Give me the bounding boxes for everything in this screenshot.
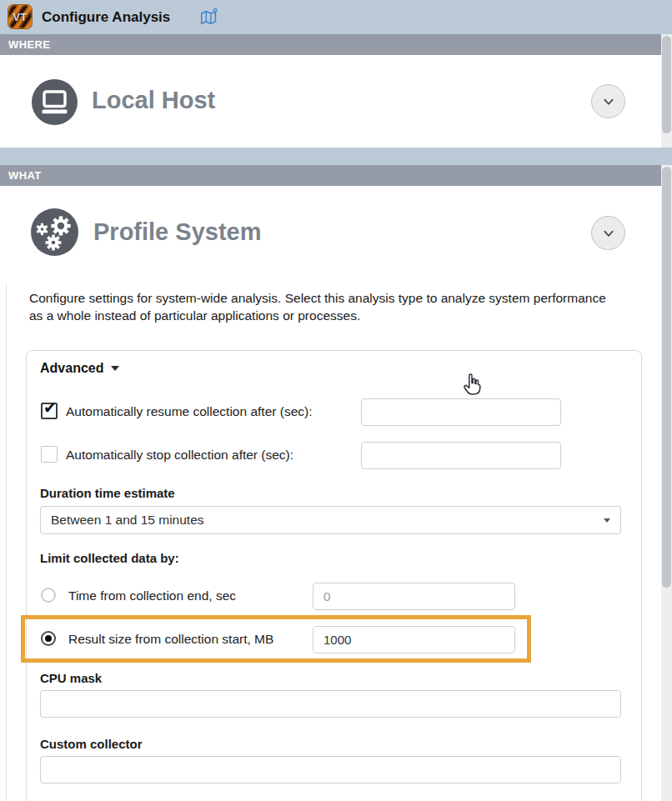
cpu-mask-input[interactable] <box>40 690 621 718</box>
vtune-logo-text: VT <box>13 11 28 23</box>
where-scrollbar-thumb[interactable] <box>662 36 671 133</box>
caret-down-icon <box>111 366 119 371</box>
duration-select-value: Between 1 and 15 minutes <box>51 513 204 527</box>
stop-collection-label: Automatically stop collection after (sec… <box>66 448 293 463</box>
configure-analysis-window: VT Configure Analysis ? WHERE Local Host… <box>0 0 672 801</box>
duration-estimate-label: Duration time estimate <box>40 486 175 500</box>
where-target-title: Local Host <box>92 87 215 114</box>
page-title: Configure Analysis <box>42 0 170 34</box>
title-bar: VT Configure Analysis ? <box>0 0 672 34</box>
help-map-icon[interactable]: ? <box>199 8 219 28</box>
analysis-type-title: Profile System <box>93 218 261 246</box>
custom-collector-input[interactable] <box>40 756 621 783</box>
settings-pane-border <box>6 283 7 801</box>
cpu-mask-label: CPU mask <box>40 671 102 685</box>
what-scrollbar-thumb[interactable] <box>662 167 671 588</box>
resume-collection-checkbox[interactable]: ✔ <box>41 403 58 419</box>
resume-collection-label: Automatically resume collection after (s… <box>66 404 312 419</box>
where-expand-button[interactable] <box>591 84 625 118</box>
duration-select[interactable]: Between 1 and 15 minutes <box>40 506 621 534</box>
stop-seconds-input[interactable] <box>361 442 561 469</box>
what-section-header: WHAT <box>0 165 661 186</box>
result-size-label: Result size from collection start, MB <box>68 632 273 647</box>
time-limit-radio[interactable] <box>41 588 56 603</box>
advanced-toggle[interactable]: Advanced <box>40 361 119 376</box>
where-section-header: WHERE <box>0 34 661 55</box>
advanced-toggle-label: Advanced <box>40 361 103 375</box>
vtune-logo-icon: VT <box>8 5 32 28</box>
svg-text:?: ? <box>213 8 218 17</box>
result-size-input[interactable] <box>313 626 515 653</box>
custom-collector-label: Custom collector <box>40 737 143 751</box>
limit-data-label: Limit collected data by: <box>40 551 179 565</box>
time-limit-label: Time from collection end, sec <box>68 588 236 603</box>
local-host-icon <box>32 79 78 125</box>
time-limit-input[interactable] <box>313 583 515 610</box>
resume-seconds-input[interactable] <box>361 398 561 426</box>
analysis-description: Configure settings for system-wide analy… <box>29 289 606 324</box>
caret-down-icon <box>604 518 610 523</box>
stop-collection-checkbox[interactable] <box>41 446 58 463</box>
what-expand-button[interactable] <box>591 216 625 250</box>
profile-system-icon <box>31 208 78 256</box>
result-size-radio[interactable] <box>41 631 56 646</box>
checkmark-icon: ✔ <box>43 398 57 418</box>
